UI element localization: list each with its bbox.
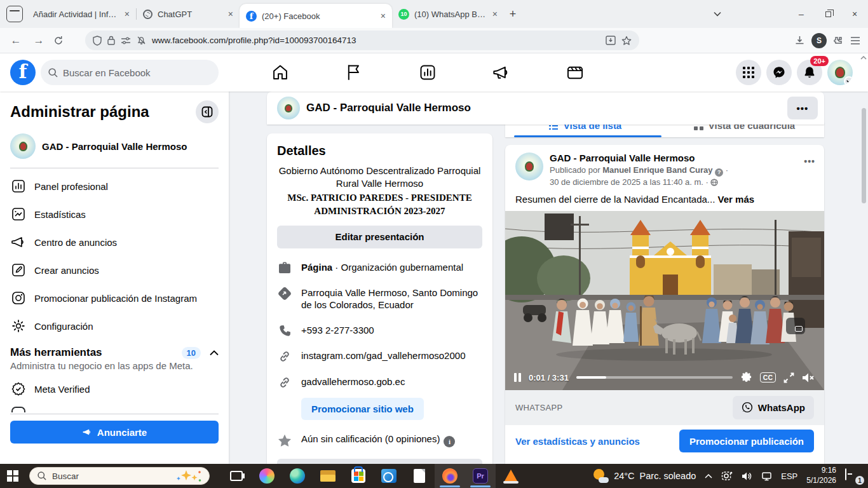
browser-tab-1[interactable]: Añadir Actividad | Informes Mensua × [27,3,136,25]
language-indicator[interactable]: ESP [781,471,797,481]
task-view-button[interactable] [221,464,252,488]
browser-menu-icon[interactable] [850,36,860,45]
tab-workspaces-icon[interactable] [6,6,23,22]
close-icon[interactable]: × [381,11,386,20]
page-more-options-button[interactable]: ••• [787,97,818,119]
messenger-button[interactable] [766,60,792,85]
tracking-shield-icon[interactable] [93,36,102,46]
extensions-puzzle-icon[interactable] [833,35,844,46]
copilot-button[interactable] [252,464,282,488]
sidebar-item-promocionar-instagram[interactable]: Promocionar publicación de Instagram [10,284,219,312]
nav-pages-tab[interactable] [317,53,391,92]
see-more-link[interactable]: Ver más [718,194,755,205]
downloads-icon[interactable] [794,35,805,46]
sidebar-item-centro-anuncios[interactable]: Centro de anuncios [10,228,219,256]
view-stats-link[interactable]: Ver estadísticas y anuncios [515,436,640,447]
sidebar-item-configuracion[interactable]: Configuración [10,312,219,340]
taskbar-search-input[interactable]: Buscar [29,467,210,485]
forward-button[interactable]: → [31,34,47,47]
pause-button[interactable] [514,373,521,382]
sidebar-item-crear-anuncios[interactable]: Crear anuncios [10,256,219,284]
browser-tab-3-active[interactable]: f (20+) Facebook × [240,4,392,28]
microsoft-store-button[interactable] [343,464,374,488]
nav-ads-tab[interactable] [465,53,538,92]
menu-grid-button[interactable] [736,60,761,85]
close-icon[interactable]: × [228,10,233,18]
new-tab-button[interactable]: + [504,5,522,23]
collapse-sidebar-button[interactable] [196,100,219,123]
video-progress-bar[interactable] [576,376,733,379]
file-explorer-button[interactable] [313,464,343,488]
taskbar-clock[interactable]: 9:16 5/1/2026 [806,466,836,485]
sidebar-item-meta-verified[interactable]: Meta Verified [10,375,219,403]
instagram-link-row[interactable]: instagram.com/gad_vallehermoso2000 [277,349,482,363]
browser-profile-avatar[interactable]: S [811,33,827,48]
minimize-button[interactable]: – [788,0,815,28]
facebook-search-input[interactable]: Buscar en Facebook [41,60,219,85]
notifications-button[interactable]: 20+ [797,60,822,85]
browser-tab-2[interactable]: ChatGPT × [137,3,240,25]
post-author-avatar[interactable] [515,152,543,180]
advertise-button[interactable]: Anunciarte [10,421,219,444]
nav-dashboard-tab[interactable] [391,53,465,92]
account-avatar[interactable] [827,60,853,85]
lock-icon[interactable] [107,36,115,45]
favorite-star-icon[interactable] [621,36,632,46]
info-icon[interactable]: i [444,436,455,447]
tab-list-chevron-icon[interactable] [704,0,731,28]
muted-speaker-icon[interactable] [802,372,815,383]
post-more-options-button[interactable]: ••• [804,156,815,166]
scrollbar-thumb[interactable] [862,108,866,203]
screen-cast-icon[interactable] [721,471,733,481]
address-bar[interactable]: www.facebook.com/profile.php?id=10009370… [85,30,639,50]
nav-video-tab[interactable] [538,53,612,92]
post-video-player[interactable]: 0:01 / 3:31 CC [505,211,824,390]
back-button[interactable]: ← [8,34,24,47]
outlook-button[interactable] [374,464,404,488]
hidden-icons-chevron[interactable] [705,473,712,478]
sidebar-item-estadisticas[interactable]: Estadísticas [10,200,219,228]
edge-button[interactable] [282,464,313,488]
restore-button[interactable] [815,0,841,28]
network-icon[interactable] [761,471,772,481]
fullscreen-icon[interactable] [783,372,794,383]
closed-captions-button[interactable]: CC [760,372,776,383]
whatsapp-button[interactable]: WhatsApp [733,396,814,419]
site-permissions-icon[interactable] [121,37,131,44]
scrollbar-up-arrow[interactable] [860,56,867,60]
promote-website-button[interactable]: Promocionar sitio web [301,398,424,420]
post-author-name[interactable]: GAD - Parroquial Valle Hermoso [550,152,728,165]
vlc-button[interactable] [496,464,526,488]
start-button[interactable] [0,464,25,488]
edit-details-button[interactable]: Editar detalles [277,459,482,464]
current-page-row[interactable]: GAD - Parroquial Valle Hermoso [10,133,219,159]
boost-post-button[interactable]: Promocionar publicación [679,430,814,452]
browser-tab-4[interactable]: 10 (10) WhatsApp Business × [392,3,504,25]
close-icon[interactable]: × [125,10,130,18]
address-value: Parroquia Valle Hermoso, Santo Domingo d… [301,287,482,312]
refresh-button[interactable] [53,36,70,46]
close-window-button[interactable]: × [841,0,868,28]
instagram-link[interactable]: instagram.com/gad_vallehermoso2000 [301,349,465,362]
premiere-button-active[interactable]: Pr [465,464,496,488]
video-settings-gear-icon[interactable] [740,372,752,384]
save-collection-icon[interactable] [606,36,616,45]
volume-icon[interactable] [742,471,752,481]
edit-intro-button[interactable]: Editar presentación [277,226,482,248]
picture-in-picture-button[interactable] [786,318,805,334]
notification-center-button[interactable]: 1 [845,469,862,483]
nav-home-tab[interactable] [243,53,317,92]
post-date[interactable]: 30 de diciembre de 2025 a las 11:40 a. m… [550,177,703,187]
more-tools-header[interactable]: Más herramientas 10 [10,346,219,359]
weather-widget[interactable]: 24°C Parc. soleado [592,469,696,483]
page-content: Administrar página GAD - Parroquial Vall… [0,92,868,464]
facebook-logo[interactable]: f [10,60,36,85]
sidebar-item-panel-profesional[interactable]: Panel profesional [10,172,219,200]
instagram-icon [10,290,27,306]
website-link-row[interactable]: gadvallehermoso.gob.ec [277,376,482,389]
close-icon[interactable]: × [492,10,498,18]
firefox-button-active[interactable] [435,464,465,488]
notifications-blocked-icon[interactable] [137,36,146,45]
website-link[interactable]: gadvallehermoso.gob.ec [301,376,405,388]
notepad-button[interactable] [404,464,435,488]
